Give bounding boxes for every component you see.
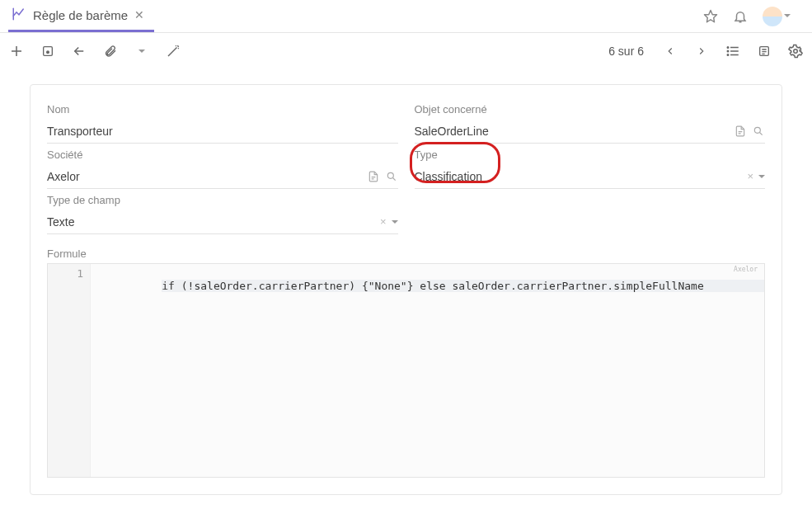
svg-point-5 [727,54,729,56]
clear-icon[interactable]: × [380,215,387,228]
search-icon[interactable] [752,125,765,138]
field-label: Objet concerné [415,103,766,116]
gear-icon[interactable] [787,43,804,59]
field-formule: Formule 1 if (!saleOrder.carrierPartner)… [47,243,765,478]
toolbar-left [8,43,181,59]
close-icon[interactable]: ✕ [134,8,144,21]
field-value: Axelor [47,170,362,183]
field-label: Type de champ [47,194,398,206]
document-icon[interactable] [367,170,380,183]
field-value: Texte [47,215,375,229]
list-view-icon[interactable] [725,43,741,59]
plus-icon[interactable] [8,43,25,59]
field-type: Type Classification × [415,144,766,189]
line-number: 1 [48,267,83,280]
line-chart-icon [12,7,26,24]
pager-text: 6 sur 6 [608,45,644,58]
star-icon[interactable] [703,9,718,24]
tab-title: Règle de barème [33,8,128,22]
field-societe: Société Axelor [47,144,398,189]
field-value-row[interactable]: SaleOrderLine [415,119,766,144]
dropdown-caret-icon[interactable] [392,220,398,227]
back-arrow-icon[interactable] [71,43,87,59]
svg-point-9 [387,172,393,178]
form-grid: Nom Transporteur Objet concerné SaleOrde… [47,98,765,478]
tab-active[interactable]: Règle de barème ✕ [8,0,154,32]
pager-prev-icon[interactable] [662,43,678,59]
bell-icon[interactable] [733,9,748,24]
svg-point-3 [727,47,729,49]
field-value-row[interactable]: Axelor [47,164,398,189]
field-value: Classification [415,170,743,183]
toolbar-right: 6 sur 6 [608,43,804,59]
field-label: Type [415,149,766,161]
save-icon[interactable] [40,43,56,59]
pager-next-icon[interactable] [693,43,710,59]
form-card: Nom Transporteur Objet concerné SaleOrde… [30,84,782,495]
field-typechamp: Type de champ Texte × [47,189,398,234]
document-icon[interactable] [734,125,747,138]
toolbar: 6 sur 6 [0,33,812,69]
svg-marker-0 [705,10,717,21]
empty-cell [415,189,766,234]
field-value-row[interactable]: Texte × [47,210,398,234]
field-value-row[interactable]: Transporteur [47,119,398,144]
field-value-row[interactable]: Classification × [415,164,766,189]
code-gutter: 1 [48,264,91,477]
field-label: Nom [47,103,398,116]
field-value: Transporteur [47,125,398,138]
field-label: Société [47,149,398,161]
code-editor[interactable]: 1 if (!saleOrder.carrierPartner) {"None"… [47,263,765,478]
code-line: if (!saleOrder.carrierPartner) {"None"} … [162,280,764,292]
watermark: Axelor [734,266,758,273]
paperclip-icon[interactable] [102,43,119,59]
chevron-down-icon[interactable] [134,43,150,59]
svg-point-7 [794,50,798,54]
svg-point-4 [727,50,729,52]
search-icon[interactable] [385,170,398,183]
avatar[interactable] [763,7,782,26]
code-area[interactable]: if (!saleOrder.carrierPartner) {"None"} … [91,264,764,477]
field-value: SaleOrderLine [415,125,730,138]
wand-icon[interactable] [165,43,181,59]
clear-icon[interactable]: × [747,170,753,182]
tab-bar-right [703,7,804,26]
svg-point-2 [47,51,49,54]
tab-bar-left: Règle de barème ✕ [8,0,154,32]
svg-point-8 [754,127,760,133]
dropdown-caret-icon[interactable] [758,175,765,182]
tab-bar: Règle de barème ✕ [0,0,812,33]
field-objet: Objet concerné SaleOrderLine [415,98,766,144]
field-nom: Nom Transporteur [47,98,398,144]
field-label: Formule [47,248,765,260]
form-view-icon[interactable] [756,43,772,59]
